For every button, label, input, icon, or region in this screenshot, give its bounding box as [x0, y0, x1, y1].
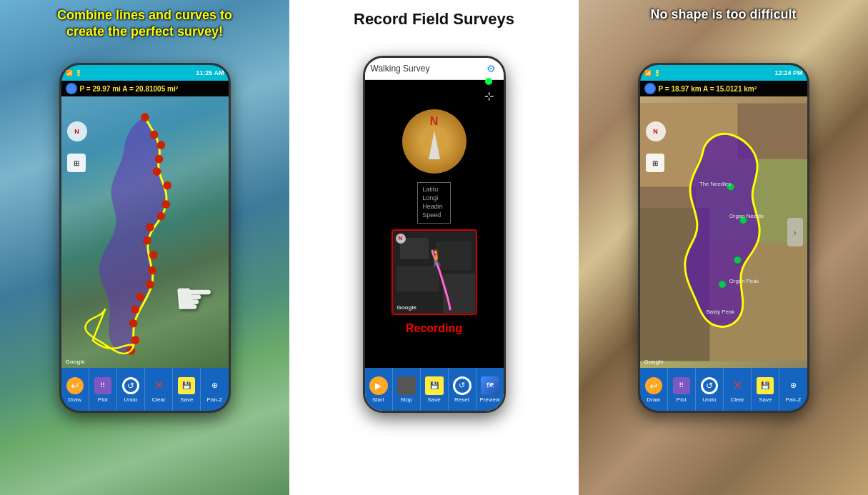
right-panel: No shape is too difficult 📶 🔋 12:24 PM P… [579, 0, 868, 495]
left-panel: Combine lines and curves tocreate the pe… [0, 0, 289, 495]
plot-label-right: Plot [677, 396, 687, 403]
panz-button-right[interactable]: ⊕ Pan-Z [779, 368, 807, 411]
svg-point-11 [147, 266, 156, 275]
svg-point-14 [131, 305, 139, 314]
svg-point-10 [149, 251, 157, 259]
svg-point-9 [143, 236, 151, 245]
gear-icon-center[interactable]: ⚙ [485, 62, 498, 75]
save-label-center: Save [427, 396, 440, 403]
right-phone-screen: 📶 🔋 12:24 PM P = 18.97 km A = 15.0121 km… [640, 65, 807, 411]
preview-label: Preview [479, 396, 499, 403]
svg-rect-23 [443, 274, 475, 313]
compass: N [402, 109, 467, 174]
preview-icon: 🗺 [481, 376, 499, 395]
left-status-bar: 📶 🔋 11:25 AM [61, 65, 229, 81]
clear-label-right: Clear [731, 396, 744, 403]
survey-info-box: Latitu Longi Headin Speed [417, 182, 451, 224]
cursor-icon: ⊹ [484, 89, 494, 103]
google-label-right: Google [644, 359, 664, 365]
svg-point-7 [156, 212, 165, 221]
undo-button[interactable]: ↺ Undo [117, 368, 145, 411]
left-measurement-text: P = 29.97 mi A = 20.81005 mi² [80, 85, 179, 93]
start-icon: ▶ [369, 376, 388, 395]
center-caption: Record Field Surveys [289, 10, 579, 29]
plot-button-right[interactable]: ⠿ Plot [668, 368, 696, 411]
svg-point-1 [149, 131, 158, 139]
plot-icon: ⠿ [94, 376, 112, 395]
start-label: Start [372, 396, 384, 403]
survey-info-heading: Headin [422, 203, 446, 210]
save-button[interactable]: 💾 Save [173, 368, 201, 411]
compass-n-label: N [430, 115, 439, 128]
compass-rose-right: N [646, 121, 666, 141]
pan-icon: ⊕ [205, 376, 224, 395]
save2-icon: 💾 [425, 376, 444, 395]
svg-point-5 [163, 181, 171, 190]
clear-icon-right: ✕ [728, 376, 747, 395]
compass-rose-left: N [67, 121, 87, 141]
svg-point-8 [145, 223, 154, 231]
reset-label: Reset [454, 396, 469, 403]
right-map[interactable]: The Needles Organ Needle Organ Peak Bald… [640, 96, 807, 368]
layers-button-right[interactable]: ⊞ [646, 154, 664, 172]
start-button[interactable]: ▶ Start [365, 368, 393, 411]
preview-button[interactable]: 🗺 Preview [477, 368, 504, 411]
undo-button-right[interactable]: ↺ Undo [696, 368, 724, 411]
save-label: Save [180, 396, 193, 403]
clear-label: Clear [152, 396, 166, 403]
center-phone-screen: Walking Survey ⚙ N ⊹ Latitu [365, 58, 504, 411]
walking-survey-title: Walking Survey [371, 64, 430, 74]
draw-button[interactable]: ↩ Draw [61, 368, 89, 411]
mini-map[interactable]: 🚶 N Google [391, 229, 477, 315]
svg-point-0 [141, 113, 149, 121]
svg-text:Organ Needle: Organ Needle [729, 214, 764, 220]
svg-rect-22 [396, 266, 439, 291]
expand-arrow-right[interactable]: › [787, 218, 803, 246]
clear-button[interactable]: ✕ Clear [145, 368, 173, 411]
left-status-icons: 📶 🔋 [66, 70, 82, 76]
stop-label: Stop [400, 396, 411, 403]
right-phone: 📶 🔋 12:24 PM P = 18.97 km A = 15.0121 km… [638, 63, 809, 413]
heading-label: Headin [422, 203, 443, 210]
clear-icon: ✕ [149, 376, 168, 395]
svg-point-15 [129, 319, 137, 328]
plot-button[interactable]: ⠿ Plot [89, 368, 117, 411]
right-status-bar: 📶 🔋 12:24 PM [640, 65, 807, 81]
right-measurement-bar: P = 18.97 km A = 15.0121 km² [640, 81, 807, 96]
panz-label-right: Pan-Z [786, 396, 802, 403]
draw-label: Draw [68, 396, 81, 403]
battery-icon: 🔋 [75, 70, 82, 76]
svg-text:Organ Peak: Organ Peak [729, 278, 759, 284]
right-caption: No shape is too difficult [579, 7, 868, 22]
left-caption-text: Combine lines and curves tocreate the pe… [57, 8, 232, 39]
battery-icon-right: 🔋 [654, 70, 661, 76]
draw-button-right[interactable]: ↩ Draw [640, 368, 668, 411]
save-button-center[interactable]: 💾 Save [421, 368, 449, 411]
clear-button-right[interactable]: ✕ Clear [724, 368, 752, 411]
draw-icon: ↩ [66, 376, 84, 395]
pan-icon-right: ⊕ [784, 376, 802, 395]
survey-info-longitude: Longi [422, 194, 446, 201]
stop-icon [397, 376, 416, 395]
undo-icon-right: ↺ [700, 376, 719, 395]
left-phone: 📶 🔋 11:25 AM P = 29.97 mi A = 20.81005 m… [59, 63, 231, 413]
mini-map-compass: N [396, 234, 406, 244]
right-time: 12:24 PM [774, 69, 802, 76]
right-map-svg: The Needles Organ Needle Organ Peak Bald… [640, 96, 807, 368]
compass-arrow [429, 131, 440, 159]
svg-point-3 [154, 155, 163, 164]
svg-text:The Needles: The Needles [699, 181, 730, 187]
reset-button[interactable]: ↺ Reset [449, 368, 477, 411]
left-map[interactable]: N ⊞ ☛ Google [61, 96, 229, 368]
svg-point-6 [161, 200, 170, 209]
right-status-icons: 📶 🔋 [644, 70, 661, 76]
svg-point-16 [131, 336, 139, 344]
globe-icon-right [644, 83, 656, 94]
stop-button[interactable]: Stop [393, 368, 421, 411]
survey-info-latitude: Latitu [422, 186, 446, 193]
panz-button[interactable]: ⊕ Pan-Z [201, 368, 228, 411]
layers-button-left[interactable]: ⊞ [67, 154, 86, 172]
svg-point-2 [156, 141, 165, 149]
right-measurement-text: P = 18.97 km A = 15.0121 km² [659, 85, 757, 93]
save-button-right[interactable]: 💾 Save [752, 368, 779, 411]
